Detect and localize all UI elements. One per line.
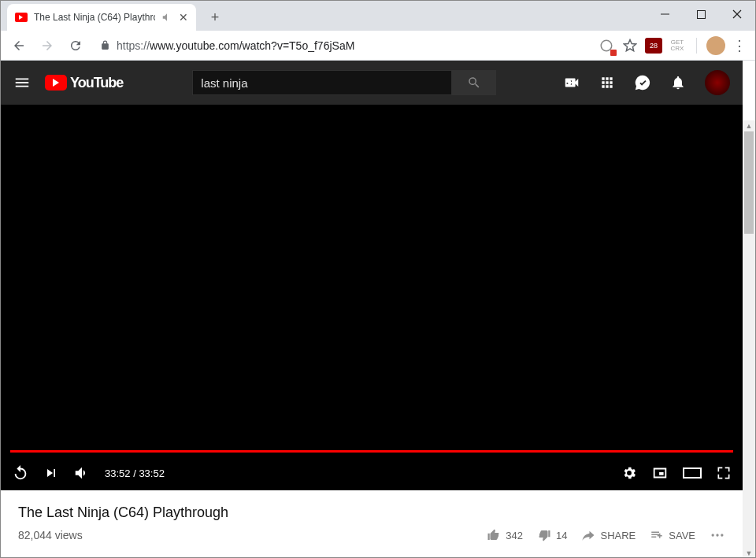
- search-form: [192, 70, 496, 95]
- close-window-button[interactable]: [719, 2, 755, 26]
- video-title: The Last Ninja (C64) Playthrough: [18, 504, 725, 521]
- theater-mode-icon[interactable]: [683, 466, 702, 480]
- youtube-logo-text: YouTube: [70, 75, 123, 91]
- more-actions-button[interactable]: [710, 527, 725, 543]
- time-display: 33:52 / 33:52: [105, 467, 165, 479]
- fullscreen-icon[interactable]: [716, 465, 732, 481]
- progress-bar[interactable]: [10, 450, 733, 453]
- url-text: https://www.youtube.com/watch?v=T5o_f76j…: [117, 39, 354, 52]
- view-count: 82,044 views: [18, 529, 83, 541]
- back-button[interactable]: [7, 34, 31, 57]
- extension-ublock-icon[interactable]: 28: [644, 36, 663, 55]
- chrome-menu-icon[interactable]: ⋮: [730, 36, 749, 55]
- share-button[interactable]: SHARE: [581, 528, 636, 542]
- reload-button[interactable]: [64, 34, 87, 57]
- user-avatar[interactable]: [705, 70, 730, 95]
- mute-icon[interactable]: [161, 12, 172, 23]
- svg-point-6: [712, 534, 714, 536]
- volume-icon[interactable]: [73, 464, 91, 482]
- youtube-favicon: [15, 13, 28, 22]
- maximize-button[interactable]: [683, 2, 719, 26]
- svg-point-7: [716, 534, 718, 536]
- apps-grid-icon[interactable]: [599, 75, 615, 91]
- page-content: YouTube 33:52 / 33:52 The Last: [1, 61, 755, 558]
- extension-getcrx-icon[interactable]: GETCRX: [668, 39, 687, 52]
- forward-button[interactable]: [35, 34, 59, 57]
- window-controls: [647, 1, 755, 28]
- vertical-scrollbar[interactable]: ▲ ▼: [743, 120, 755, 558]
- url-field[interactable]: https://www.youtube.com/watch?v=T5o_f76j…: [92, 35, 592, 57]
- hamburger-menu-icon[interactable]: [13, 74, 32, 91]
- extension-translate-icon[interactable]: [597, 36, 616, 55]
- browser-tab-bar: The Last Ninja (C64) Playthro ✕ +: [1, 1, 755, 31]
- miniplayer-icon[interactable]: [651, 464, 669, 482]
- search-input[interactable]: [192, 70, 452, 95]
- scroll-up-arrow[interactable]: ▲: [743, 120, 755, 131]
- settings-gear-icon[interactable]: [621, 465, 637, 481]
- svg-rect-1: [697, 10, 705, 18]
- save-button[interactable]: SAVE: [650, 528, 695, 542]
- bookmark-star-icon[interactable]: [621, 36, 639, 55]
- header-actions: [563, 70, 730, 95]
- youtube-header: YouTube: [1, 61, 743, 105]
- browser-tab[interactable]: The Last Ninja (C64) Playthro ✕: [7, 4, 196, 31]
- youtube-play-icon: [45, 75, 67, 91]
- player-controls: 33:52 / 33:52: [1, 456, 743, 490]
- like-button[interactable]: 342: [487, 528, 523, 542]
- tab-title: The Last Ninja (C64) Playthro: [34, 12, 155, 23]
- notifications-bell-icon[interactable]: [670, 75, 686, 91]
- svg-rect-5: [684, 468, 701, 478]
- close-tab-icon[interactable]: ✕: [179, 11, 188, 24]
- scrollbar-thumb[interactable]: [744, 131, 754, 234]
- address-bar: https://www.youtube.com/watch?v=T5o_f76j…: [1, 31, 755, 61]
- new-tab-button[interactable]: +: [204, 6, 226, 28]
- lock-icon: [100, 40, 110, 50]
- messages-icon[interactable]: [634, 74, 651, 91]
- search-button[interactable]: [452, 70, 496, 95]
- replay-icon[interactable]: [12, 464, 29, 482]
- scroll-down-arrow[interactable]: ▼: [743, 548, 755, 558]
- create-video-icon[interactable]: [563, 74, 580, 91]
- svg-point-8: [721, 534, 723, 536]
- video-player[interactable]: 33:52 / 33:52: [1, 105, 743, 490]
- divider: [696, 38, 697, 54]
- next-icon[interactable]: [43, 465, 59, 481]
- dislike-button[interactable]: 14: [537, 528, 567, 542]
- chrome-profile-avatar[interactable]: [706, 36, 725, 55]
- video-metadata: The Last Ninja (C64) Playthrough 82,044 …: [1, 490, 743, 557]
- minimize-button[interactable]: [647, 2, 683, 26]
- youtube-logo[interactable]: YouTube: [45, 75, 123, 91]
